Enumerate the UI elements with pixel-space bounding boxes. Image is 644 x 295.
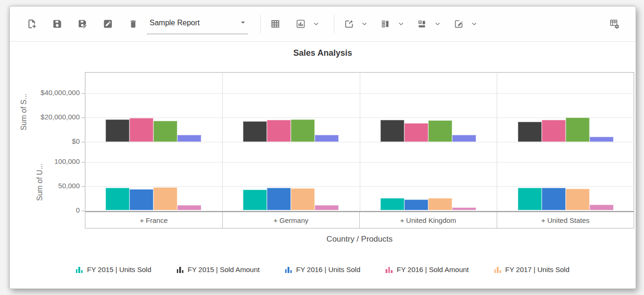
y-axis-title: Sum of S... [20,77,30,147]
chart-bar[interactable] [404,199,428,211]
gridline [85,142,634,142]
legend-label: FY 2016 | Sold Amount [397,266,469,273]
axis-tick [82,142,85,142]
chart-bar[interactable] [243,190,267,211]
axis-tick [82,211,85,211]
gridline [85,118,634,118]
toolbar-separator [334,15,334,33]
category-label[interactable]: + United Kingdom [359,212,497,228]
chart-bar[interactable] [518,122,542,142]
save-as-report-button[interactable] [74,15,91,33]
sub-total-dropdown-button[interactable] [395,17,407,31]
chart-bar[interactable] [291,119,315,142]
category-label[interactable]: + United States [497,212,634,228]
rename-report-button[interactable] [99,15,117,33]
legend-item[interactable]: FY 2016 | Sold Amount [386,266,469,273]
legend-series-icon [386,266,393,273]
save-as-icon [77,19,88,29]
field-list-icon [609,18,620,30]
legend-item[interactable]: FY 2016 | Units Sold [285,266,361,273]
caret-down-icon [240,19,246,26]
chart-bar[interactable] [129,189,153,210]
save-icon [52,19,62,29]
grand-total-button[interactable] [413,15,431,33]
report-select[interactable]: Sample Report [147,17,248,34]
category-label[interactable]: + France [85,212,222,228]
chart-title: Sales Analysis [10,48,636,60]
legend-label: FY 2015 | Sold Amount [188,266,260,273]
chart-bar[interactable] [315,135,339,142]
x-axis-category-band: + France+ Germany+ United Kingdom+ Unite… [85,211,634,229]
chart-bar[interactable] [380,198,404,210]
chart-bar[interactable] [542,120,566,142]
chart-bar[interactable] [153,187,177,210]
grand-total-dropdown-button[interactable] [432,17,443,31]
sub-total-button[interactable] [377,15,394,33]
toolbar-separator [260,15,261,33]
number-formatting-button[interactable] [450,15,468,33]
chart-bar[interactable] [315,205,339,211]
chart-bar[interactable] [267,120,291,142]
edit-formatting-icon [454,19,464,29]
chart-bar[interactable] [428,198,452,211]
chevron-down-icon [313,21,319,27]
chart-bar[interactable] [590,205,614,210]
chart-bar[interactable] [177,135,201,142]
y-axis-label: 100,000 [18,157,80,165]
legend-item[interactable]: FY 2015 | Sold Amount [177,266,260,273]
chart-bar[interactable] [267,188,291,211]
chart-bar[interactable] [129,118,153,142]
column-chart-icon [295,19,306,29]
gridline [85,186,634,187]
axis-tick [82,186,85,187]
new-report-icon [27,19,37,29]
field-list-button[interactable] [606,15,623,33]
chart-bar[interactable] [404,123,428,142]
chart-bar[interactable] [106,188,129,210]
legend-label: FY 2015 | Units Sold [87,266,151,273]
export-icon [344,19,354,29]
chart-type-dropdown-button[interactable] [311,17,322,31]
pivot-report-window: Sample Report [9,6,636,289]
legend-series-icon [494,266,501,273]
formatting-dropdown-button[interactable] [469,17,480,31]
gridline [85,93,634,94]
pivot-chart: Sales Analysis + France+ Germany+ United… [10,42,636,289]
save-report-button[interactable] [48,15,66,33]
legend-series-icon [177,266,184,273]
chart-legend: FY 2015 | Units SoldFY 2015 | Sold Amoun… [10,266,636,273]
toolbar: Sample Report [10,7,636,42]
export-button[interactable] [340,15,358,33]
grand-total-icon [417,19,427,29]
chart-bar[interactable] [428,120,452,142]
chart-bar[interactable] [177,205,201,211]
category-label[interactable]: + Germany [222,212,360,228]
grid-view-button[interactable] [266,15,284,33]
chart-bar[interactable] [542,188,566,210]
trash-icon [129,19,138,29]
chart-bar[interactable] [106,119,129,142]
chart-bar[interactable] [291,188,315,211]
chevron-down-icon [434,21,441,27]
sub-total-icon [380,19,391,29]
legend-item[interactable]: FY 2015 | Units Sold [76,266,152,273]
chart-bar[interactable] [566,189,590,211]
axis-tick [82,93,85,94]
chart-view-button[interactable] [292,15,310,33]
chart-bar[interactable] [518,188,542,211]
chevron-down-icon [471,21,477,27]
chevron-down-icon [398,21,404,27]
chart-bar[interactable] [243,121,267,142]
table-icon [270,19,280,29]
chart-bar[interactable] [452,135,476,142]
chart-bar[interactable] [590,137,614,142]
chart-bar[interactable] [153,121,177,142]
legend-item[interactable]: FY 2017 | Units Sold [494,266,570,273]
chart-bar[interactable] [380,120,404,142]
chart-bar[interactable] [566,118,590,142]
new-report-button[interactable] [23,15,41,33]
legend-series-icon [285,266,292,273]
chart-bar[interactable] [452,207,476,210]
remove-report-button[interactable] [124,15,142,33]
export-dropdown-button[interactable] [359,17,370,31]
